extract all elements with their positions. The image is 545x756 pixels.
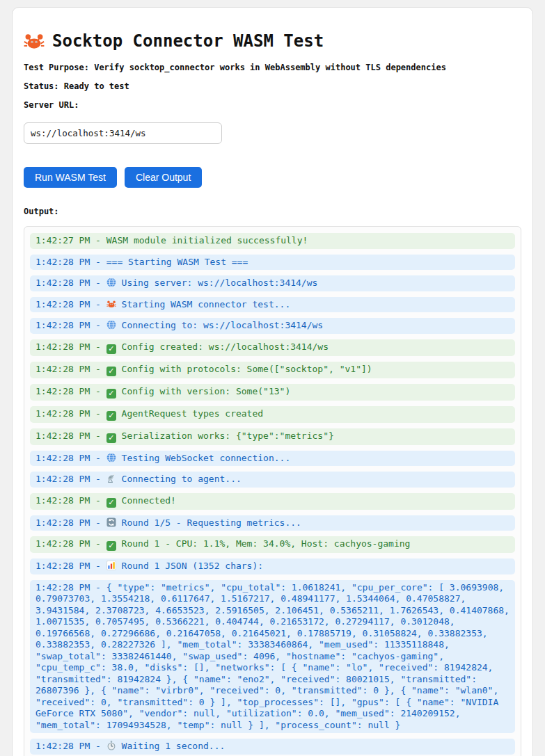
log-timestamp: 1:42:28 PM: [35, 741, 90, 751]
log-timestamp: 1:42:28 PM: [35, 582, 90, 593]
log-entry: 1:42:28 PM - ✓ Config created: ws://loca…: [30, 339, 515, 356]
log-message: Round 1 JSON (1352 chars):: [122, 561, 264, 571]
log-timestamp: 1:42:28 PM: [35, 538, 90, 549]
satellite-icon: [106, 474, 116, 485]
log-entry: 1:42:28 PM - ✓ AgentRequest types create…: [30, 406, 515, 423]
check-icon: ✓: [106, 386, 116, 399]
check-icon: ✓: [106, 364, 116, 376]
globe-icon: [106, 453, 116, 465]
output-label: Output:: [24, 207, 521, 216]
check-icon: ✓: [106, 408, 116, 421]
log-timestamp: 1:42:28 PM: [35, 431, 90, 441]
log-entry: 1:42:28 PM - { "type": "metrics", "cpu_t…: [30, 580, 515, 734]
log-entry: 1:42:28 PM - Connecting to agent...: [30, 472, 515, 488]
log-timestamp: 1:42:28 PM: [35, 408, 90, 419]
clear-output-button[interactable]: Clear Output: [125, 167, 202, 188]
globe-icon: [106, 320, 116, 332]
log-entry: 1:42:28 PM - Testing WebSocket connectio…: [30, 451, 515, 467]
log-entry: 1:42:28 PM - ✓ Round 1 - CPU: 1.1%, Mem:…: [30, 536, 515, 553]
log-timestamp: 1:42:28 PM: [35, 364, 90, 374]
log-timestamp: 1:42:28 PM: [35, 320, 90, 330]
log-entry: 1:42:28 PM - Round 1 JSON (1352 chars):: [30, 558, 515, 574]
crab-icon: [24, 32, 45, 50]
test-purpose-text: Verify socktop_connector works in WebAss…: [94, 63, 446, 72]
refresh-icon: [106, 517, 116, 529]
log-timestamp: 1:42:28 PM: [35, 257, 90, 267]
crab-icon: [106, 299, 116, 311]
log-timestamp: 1:42:28 PM: [35, 517, 90, 528]
log-message: Testing WebSocket connection...: [122, 453, 291, 463]
check-icon: ✓: [106, 495, 116, 508]
log-timestamp: 1:42:28 PM: [35, 278, 90, 288]
log-timestamp: 1:42:28 PM: [35, 495, 90, 506]
check-icon: ✓: [106, 431, 116, 443]
log-entry: 1:42:28 PM - Starting WASM connector tes…: [30, 297, 515, 313]
globe-icon: [106, 278, 116, 289]
log-entry: 1:42:28 PM - Round 1/5 - Requesting metr…: [30, 515, 515, 531]
log-message: Round 1/5 - Requesting metrics...: [122, 517, 301, 528]
log-entry: 1:42:28 PM - ✓ Connected!: [30, 493, 515, 510]
log-message: Serialization works: {"type":"metrics"}: [122, 431, 334, 441]
log-message: WASM module initialized successfully!: [106, 235, 308, 246]
log-timestamp: 1:42:28 PM: [35, 299, 90, 309]
status-text: Ready to test: [64, 81, 129, 91]
main-card: Socktop Connector WASM Test Test Purpose…: [12, 7, 533, 756]
log-message: { "type": "metrics", "cpu_total": 1.0618…: [35, 582, 510, 730]
run-wasm-test-button[interactable]: Run WASM Test: [24, 167, 117, 188]
status-label: Status:: [24, 81, 59, 91]
page-title-text: Socktop Connector WASM Test: [52, 31, 324, 51]
status-line: Status: Ready to test: [24, 81, 521, 91]
log-entry: 1:42:28 PM - ✓ Serialization works: {"ty…: [30, 428, 515, 445]
log-entry: 1:42:28 PM - === Starting WASM Test ===: [30, 255, 515, 271]
log-timestamp: 1:42:27 PM: [35, 235, 90, 246]
log-entry: 1:42:27 PM - WASM module initialized suc…: [30, 233, 515, 249]
log-entry: 1:42:28 PM - Waiting 1 second...: [30, 739, 515, 755]
log-entry: 1:42:28 PM - Using server: ws://localhos…: [30, 275, 515, 291]
server-url-input[interactable]: [24, 122, 222, 144]
stopwatch-icon: [106, 741, 116, 753]
server-url-label: Server URL:: [24, 100, 521, 110]
log-message: Config with version: Some("13"): [122, 386, 291, 396]
log-timestamp: 1:42:28 PM: [35, 561, 90, 571]
log-message: Config with protocols: Some(["socktop", …: [122, 364, 372, 374]
log-message: Connecting to: ws://localhost:3414/ws: [122, 320, 324, 330]
log-timestamp: 1:42:28 PM: [35, 474, 90, 484]
log-entry: 1:42:28 PM - Connecting to: ws://localho…: [30, 318, 515, 334]
check-icon: ✓: [106, 538, 116, 551]
log-entry: 1:42:28 PM - ✓ Config with protocols: So…: [30, 362, 515, 378]
log-message: Waiting 1 second...: [122, 741, 226, 751]
log-message: AgentRequest types created: [122, 408, 264, 419]
log-timestamp: 1:42:28 PM: [35, 453, 90, 463]
log-entry: 1:42:28 PM - ✓ Config with version: Some…: [30, 384, 515, 401]
check-icon: ✓: [106, 341, 116, 354]
log-message: Starting WASM connector test...: [122, 299, 291, 309]
test-purpose-label: Test Purpose:: [24, 63, 89, 72]
log-message: Connecting to agent...: [122, 474, 242, 484]
log-timestamp: 1:42:28 PM: [35, 386, 90, 396]
log-message: Config created: ws://localhost:3414/ws: [122, 341, 329, 352]
log-message: Round 1 - CPU: 1.1%, Mem: 34.0%, Host: c…: [122, 538, 411, 549]
log-message: Connected!: [122, 495, 176, 506]
toolbar: Run WASM Test Clear Output: [24, 167, 521, 188]
page-title: Socktop Connector WASM Test: [24, 31, 521, 51]
log-output[interactable]: 1:42:27 PM - WASM module initialized suc…: [24, 226, 521, 756]
chart-icon: [106, 561, 116, 572]
log-timestamp: 1:42:28 PM: [35, 341, 90, 352]
server-url-field: [24, 122, 521, 144]
test-purpose-line: Test Purpose: Verify socktop_connector w…: [24, 63, 521, 72]
log-message: Using server: ws://localhost:3414/ws: [122, 278, 318, 288]
log-message: === Starting WASM Test ===: [106, 257, 248, 267]
